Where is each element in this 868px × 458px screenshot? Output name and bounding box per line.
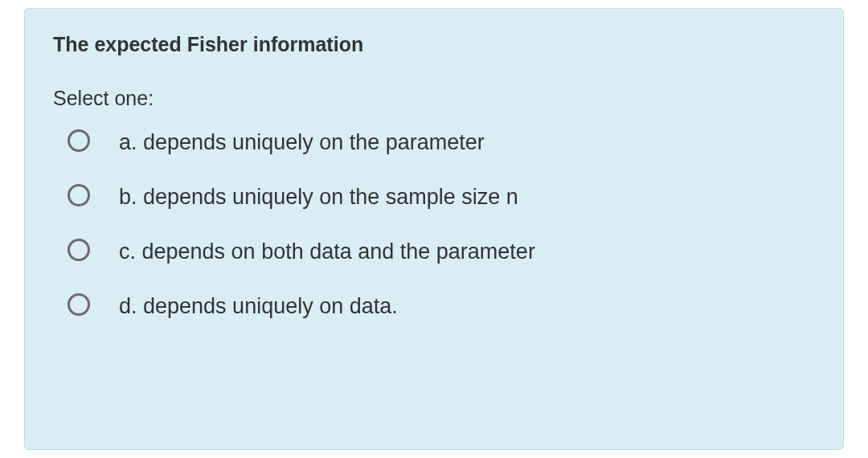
option-b: b. depends uniquely on the sample size n: [68, 181, 815, 215]
option-c: c. depends on both data and the paramete…: [68, 235, 815, 269]
radio-b[interactable]: [68, 184, 90, 207]
option-b-label[interactable]: b. depends uniquely on the sample size n: [119, 181, 526, 215]
question-card: The expected Fisher information Select o…: [24, 8, 844, 450]
radio-c[interactable]: [68, 239, 90, 261]
option-c-label[interactable]: c. depends on both data and the paramete…: [119, 235, 543, 269]
radio-d[interactable]: [68, 293, 90, 316]
question-title: The expected Fisher information: [53, 33, 815, 56]
option-d: d. depends uniquely on data.: [68, 290, 815, 324]
select-prompt: Select one:: [53, 87, 815, 110]
option-a-label[interactable]: a. depends uniquely on the parameter: [119, 126, 493, 160]
option-d-label[interactable]: d. depends uniquely on data.: [119, 290, 406, 324]
radio-a[interactable]: [68, 129, 90, 152]
option-a: a. depends uniquely on the parameter: [68, 126, 815, 160]
options-group: a. depends uniquely on the parameter b. …: [53, 126, 815, 323]
